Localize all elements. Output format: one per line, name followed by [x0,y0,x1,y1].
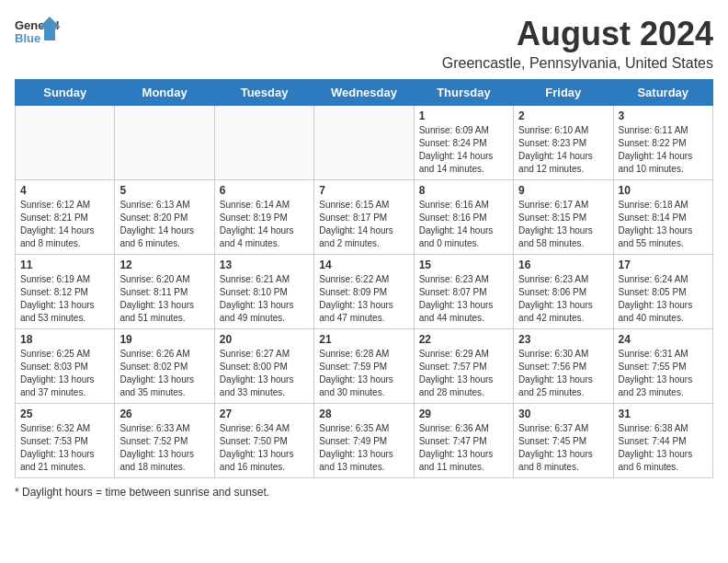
day-number: 28 [319,408,408,420]
day-number: 21 [319,333,408,346]
day-info: Sunrise: 6:09 AM Sunset: 8:24 PM Dayligh… [419,124,508,176]
table-row: 28Sunrise: 6:35 AM Sunset: 7:49 PM Dayli… [314,404,414,478]
day-info: Sunrise: 6:10 AM Sunset: 8:23 PM Dayligh… [518,124,608,176]
table-row: 30Sunrise: 6:37 AM Sunset: 7:45 PM Dayli… [514,404,613,478]
day-info: Sunrise: 6:23 AM Sunset: 8:06 PM Dayligh… [518,273,608,325]
day-number: 12 [119,259,209,271]
day-info: Sunrise: 6:15 AM Sunset: 8:17 PM Dayligh… [319,199,408,250]
calendar-table: Sunday Monday Tuesday Wednesday Thursday… [15,79,713,478]
day-number: 6 [220,184,309,197]
day-number: 13 [220,259,309,271]
col-thursday: Thursday [414,80,513,106]
table-row: 9Sunrise: 6:17 AM Sunset: 8:15 PM Daylig… [514,180,613,255]
table-row: 13Sunrise: 6:21 AM Sunset: 8:10 PM Dayli… [214,255,313,329]
day-number: 2 [518,109,608,122]
day-number: 22 [419,333,508,346]
day-number: 15 [419,259,508,271]
day-number: 9 [518,184,608,197]
day-number: 10 [619,184,708,197]
day-info: Sunrise: 6:14 AM Sunset: 8:19 PM Dayligh… [220,199,309,250]
calendar-week-row: 1Sunrise: 6:09 AM Sunset: 8:24 PM Daylig… [16,106,713,180]
day-info: Sunrise: 6:31 AM Sunset: 7:55 PM Dayligh… [619,348,708,399]
day-info: Sunrise: 6:17 AM Sunset: 8:15 PM Dayligh… [518,199,608,250]
day-number: 3 [619,109,708,122]
day-number: 23 [518,333,608,346]
day-info: Sunrise: 6:29 AM Sunset: 7:57 PM Dayligh… [419,348,508,399]
calendar-header-row: Sunday Monday Tuesday Wednesday Thursday… [16,80,713,106]
table-row: 26Sunrise: 6:33 AM Sunset: 7:52 PM Dayli… [115,404,214,478]
col-saturday: Saturday [613,80,712,106]
day-info: Sunrise: 6:23 AM Sunset: 8:07 PM Dayligh… [419,273,508,325]
table-row: 14Sunrise: 6:22 AM Sunset: 8:09 PM Dayli… [314,255,414,329]
table-row: 20Sunrise: 6:27 AM Sunset: 8:00 PM Dayli… [214,329,313,404]
footer-note: * Daylight hours = time between sunrise … [15,486,713,499]
day-info: Sunrise: 6:35 AM Sunset: 7:49 PM Dayligh… [319,422,408,474]
day-info: Sunrise: 6:25 AM Sunset: 8:03 PM Dayligh… [20,348,109,399]
table-row: 2Sunrise: 6:10 AM Sunset: 8:23 PM Daylig… [514,106,613,180]
day-number: 17 [619,259,708,271]
table-row: 4Sunrise: 6:12 AM Sunset: 8:21 PM Daylig… [16,180,115,255]
day-number: 1 [419,109,508,122]
table-row: 1Sunrise: 6:09 AM Sunset: 8:24 PM Daylig… [414,106,513,180]
table-row: 23Sunrise: 6:30 AM Sunset: 7:56 PM Dayli… [514,329,613,404]
logo-graphic: General Blue [15,15,61,55]
col-monday: Monday [115,80,214,106]
day-number: 29 [419,408,508,420]
table-row: 8Sunrise: 6:16 AM Sunset: 8:16 PM Daylig… [414,180,513,255]
day-info: Sunrise: 6:20 AM Sunset: 8:11 PM Dayligh… [119,273,209,325]
table-row: 18Sunrise: 6:25 AM Sunset: 8:03 PM Dayli… [16,329,115,404]
day-number: 4 [20,184,109,197]
day-info: Sunrise: 6:26 AM Sunset: 8:02 PM Dayligh… [119,348,209,399]
day-number: 27 [220,408,309,420]
table-row [314,106,414,180]
svg-text:Blue: Blue [15,31,40,45]
table-row: 19Sunrise: 6:26 AM Sunset: 8:02 PM Dayli… [115,329,214,404]
day-number: 31 [619,408,708,420]
table-row: 31Sunrise: 6:38 AM Sunset: 7:44 PM Dayli… [613,404,712,478]
day-number: 7 [319,184,408,197]
col-tuesday: Tuesday [214,80,313,106]
day-info: Sunrise: 6:13 AM Sunset: 8:20 PM Dayligh… [119,199,209,250]
table-row [214,106,313,180]
day-info: Sunrise: 6:24 AM Sunset: 8:05 PM Dayligh… [619,273,708,325]
day-info: Sunrise: 6:21 AM Sunset: 8:10 PM Dayligh… [220,273,309,325]
day-number: 5 [119,184,209,197]
day-number: 30 [518,408,608,420]
table-row: 16Sunrise: 6:23 AM Sunset: 8:06 PM Dayli… [514,255,613,329]
day-info: Sunrise: 6:38 AM Sunset: 7:44 PM Dayligh… [619,422,708,474]
day-info: Sunrise: 6:27 AM Sunset: 8:00 PM Dayligh… [220,348,309,399]
day-number: 24 [619,333,708,346]
table-row: 12Sunrise: 6:20 AM Sunset: 8:11 PM Dayli… [115,255,214,329]
col-sunday: Sunday [16,80,115,106]
table-row: 17Sunrise: 6:24 AM Sunset: 8:05 PM Dayli… [613,255,712,329]
day-number: 25 [20,408,109,420]
footer-note-text: Daylight hours [22,486,93,499]
table-row: 5Sunrise: 6:13 AM Sunset: 8:20 PM Daylig… [115,180,214,255]
location-text: Greencastle, Pennsylvania, United States [442,55,713,72]
day-info: Sunrise: 6:28 AM Sunset: 7:59 PM Dayligh… [319,348,408,399]
table-row: 27Sunrise: 6:34 AM Sunset: 7:50 PM Dayli… [214,404,313,478]
table-row: 29Sunrise: 6:36 AM Sunset: 7:47 PM Dayli… [414,404,513,478]
table-row: 22Sunrise: 6:29 AM Sunset: 7:57 PM Dayli… [414,329,513,404]
table-row: 6Sunrise: 6:14 AM Sunset: 8:19 PM Daylig… [214,180,313,255]
table-row: 3Sunrise: 6:11 AM Sunset: 8:22 PM Daylig… [613,106,712,180]
day-info: Sunrise: 6:12 AM Sunset: 8:21 PM Dayligh… [20,199,109,250]
day-number: 19 [119,333,209,346]
day-number: 14 [319,259,408,271]
table-row [16,106,115,180]
day-info: Sunrise: 6:11 AM Sunset: 8:22 PM Dayligh… [619,124,708,176]
day-info: Sunrise: 6:33 AM Sunset: 7:52 PM Dayligh… [119,422,209,474]
table-row: 21Sunrise: 6:28 AM Sunset: 7:59 PM Dayli… [314,329,414,404]
col-wednesday: Wednesday [314,80,414,106]
day-info: Sunrise: 6:30 AM Sunset: 7:56 PM Dayligh… [518,348,608,399]
title-area: August 2024 Greencastle, Pennsylvania, U… [442,15,713,72]
day-info: Sunrise: 6:19 AM Sunset: 8:12 PM Dayligh… [20,273,109,325]
day-number: 16 [518,259,608,271]
month-year-title: August 2024 [442,15,713,53]
day-info: Sunrise: 6:36 AM Sunset: 7:47 PM Dayligh… [419,422,508,474]
col-friday: Friday [514,80,613,106]
header: General Blue August 2024 Greencastle, Pe… [15,15,713,72]
table-row [115,106,214,180]
table-row: 25Sunrise: 6:32 AM Sunset: 7:53 PM Dayli… [16,404,115,478]
day-number: 26 [119,408,209,420]
